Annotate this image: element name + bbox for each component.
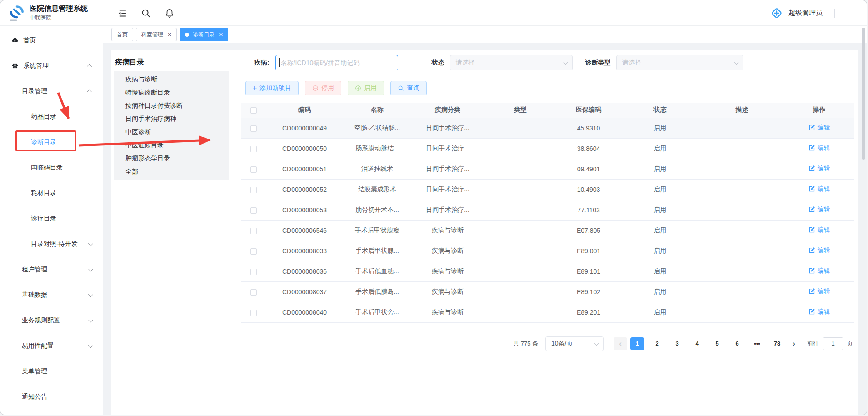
- cell-name: 手术后甲状腺...: [343, 241, 411, 261]
- enable-button[interactable]: 启用: [348, 81, 384, 95]
- cell-code: CD0000000050: [266, 138, 343, 159]
- sidebar-item[interactable]: 基础数据: [0, 282, 103, 308]
- sidebar-item[interactable]: 诊疗目录: [0, 206, 103, 231]
- sidebar-item[interactable]: 目录管理: [0, 79, 103, 104]
- total-count: 共 775 条: [513, 340, 538, 348]
- sidebar-item-system[interactable]: 系统管理: [0, 53, 103, 79]
- cell-name: 肋骨切开术不...: [343, 200, 411, 220]
- tab[interactable]: 科室管理 ×: [136, 28, 177, 41]
- sidebar-item[interactable]: 国临码目录: [0, 155, 103, 180]
- disease-category-item[interactable]: 特慢病诊断目录: [114, 86, 229, 99]
- row-checkbox[interactable]: [250, 166, 257, 173]
- query-button[interactable]: 查询: [390, 81, 427, 95]
- page-number[interactable]: •••: [750, 337, 764, 350]
- diagnosis-type-select[interactable]: 请选择: [616, 55, 743, 70]
- sidebar-item[interactable]: 耗材目录: [0, 180, 103, 206]
- column-header: 类型: [484, 103, 557, 118]
- row-checkbox[interactable]: [250, 228, 257, 234]
- select-all-checkbox[interactable]: [250, 107, 257, 114]
- app-logo-icon: [9, 5, 25, 22]
- sidebar-item[interactable]: 菜单管理: [0, 359, 103, 384]
- page-number[interactable]: 1: [630, 337, 644, 350]
- chevron-down-icon: [563, 60, 568, 65]
- edit-button[interactable]: 编辑: [808, 287, 830, 296]
- row-checkbox[interactable]: [250, 269, 257, 275]
- column-header: 疾病分类: [411, 103, 484, 118]
- sidebar-item[interactable]: 目录对照-待开发: [0, 231, 103, 257]
- content-card: 疾病目录 疾病与诊断 特慢病诊断目录 按病种目录付费诊断 日间手术治疗病种 中医…: [111, 50, 858, 415]
- edit-icon: [808, 206, 815, 213]
- edit-button[interactable]: 编辑: [808, 308, 830, 316]
- sidebar-item-label: 易用性配置: [22, 342, 54, 350]
- page-number[interactable]: 2: [650, 337, 664, 350]
- row-checkbox[interactable]: [250, 146, 257, 152]
- filter-row: 疾病: 状态 请选择 诊断类型: [254, 55, 858, 70]
- collapse-menu-icon[interactable]: [117, 8, 127, 18]
- page-number[interactable]: 3: [670, 337, 684, 350]
- disease-category-item[interactable]: 中医证候目录: [114, 139, 229, 152]
- status-select[interactable]: 请选择: [450, 55, 573, 70]
- hospital-name: 中联医院: [30, 14, 88, 22]
- sidebar-item[interactable]: 通知公告: [0, 384, 103, 410]
- page-number[interactable]: 5: [710, 337, 724, 350]
- edit-button[interactable]: 编辑: [808, 205, 830, 214]
- bell-icon[interactable]: [165, 8, 175, 18]
- cell-name: 结膜囊成形术: [343, 179, 411, 200]
- disease-category-item[interactable]: 疾病与诊断: [114, 73, 229, 86]
- disease-category-item[interactable]: 全部: [114, 165, 229, 178]
- cell-type: [484, 302, 557, 322]
- page-number[interactable]: 78: [770, 337, 784, 350]
- sidebar-item[interactable]: 易用性配置: [0, 333, 103, 359]
- user-area[interactable]: 超级管理员: [770, 7, 867, 20]
- edit-button[interactable]: 编辑: [808, 226, 830, 234]
- edit-button[interactable]: 编辑: [808, 124, 830, 132]
- edit-button[interactable]: 编辑: [808, 165, 830, 173]
- row-checkbox[interactable]: [250, 125, 257, 132]
- disease-search-input[interactable]: [275, 55, 398, 70]
- page-number[interactable]: 6: [730, 337, 744, 350]
- cell-description: [700, 179, 784, 200]
- tab-label: 诊断目录: [193, 31, 215, 39]
- edit-button[interactable]: 编辑: [808, 246, 830, 255]
- sidebar-item[interactable]: 租户管理: [0, 257, 103, 282]
- disable-button[interactable]: 停用: [305, 81, 341, 95]
- table-row: CD0000006546 手术后甲状腺瘘 疾病与诊断 E07.805 启用: [241, 220, 854, 241]
- row-checkbox[interactable]: [250, 207, 257, 214]
- edit-button[interactable]: 编辑: [808, 185, 830, 193]
- search-icon[interactable]: [141, 8, 151, 18]
- close-icon[interactable]: ×: [219, 31, 223, 38]
- page-size-select[interactable]: 10条/页: [545, 336, 604, 351]
- prev-page-button[interactable]: ‹: [614, 337, 627, 350]
- edit-icon: [808, 226, 815, 233]
- add-item-button[interactable]: + 添加新项目: [245, 81, 299, 95]
- close-icon[interactable]: ×: [168, 31, 171, 38]
- disease-category-item[interactable]: 日间手术治疗病种: [114, 112, 229, 125]
- row-checkbox[interactable]: [250, 248, 257, 255]
- row-checkbox[interactable]: [250, 289, 257, 296]
- disease-catalog-panel: 疾病目录 疾病与诊断 特慢病诊断目录 按病种目录付费诊断 日间手术治疗病种 中医…: [111, 50, 241, 415]
- goto-page-input[interactable]: [823, 337, 843, 350]
- page-number[interactable]: 4: [690, 337, 704, 350]
- tab[interactable]: 首页: [111, 28, 133, 41]
- cell-status: 启用: [620, 302, 700, 322]
- cell-category: 疾病与诊断: [411, 261, 484, 281]
- column-header: 状态: [620, 103, 700, 118]
- edit-button[interactable]: 编辑: [808, 267, 830, 275]
- disease-category-item[interactable]: 按病种目录付费诊断: [114, 99, 229, 112]
- cell-category: 日间手术治疗...: [411, 138, 484, 159]
- sidebar-item[interactable]: 业务规则配置: [0, 308, 103, 333]
- row-checkbox[interactable]: [250, 310, 257, 316]
- vertical-scrollbar[interactable]: [862, 28, 865, 160]
- cell-code: CD0000006546: [266, 220, 343, 241]
- sidebar-item[interactable]: 药品目录: [0, 104, 103, 130]
- edit-icon: [808, 247, 815, 254]
- edit-button[interactable]: 编辑: [808, 144, 830, 152]
- disease-category-item[interactable]: 肿瘤形态学目录: [114, 152, 229, 165]
- sidebar-item-home[interactable]: 首页: [0, 28, 103, 53]
- tab[interactable]: 诊断目录 ×: [180, 28, 228, 41]
- next-page-button[interactable]: ›: [787, 337, 801, 350]
- disease-category-item[interactable]: 中医诊断: [114, 125, 229, 139]
- sidebar-item[interactable]: 诊断目录: [0, 130, 103, 155]
- row-checkbox[interactable]: [250, 187, 257, 193]
- tab-label: 科室管理: [141, 31, 163, 39]
